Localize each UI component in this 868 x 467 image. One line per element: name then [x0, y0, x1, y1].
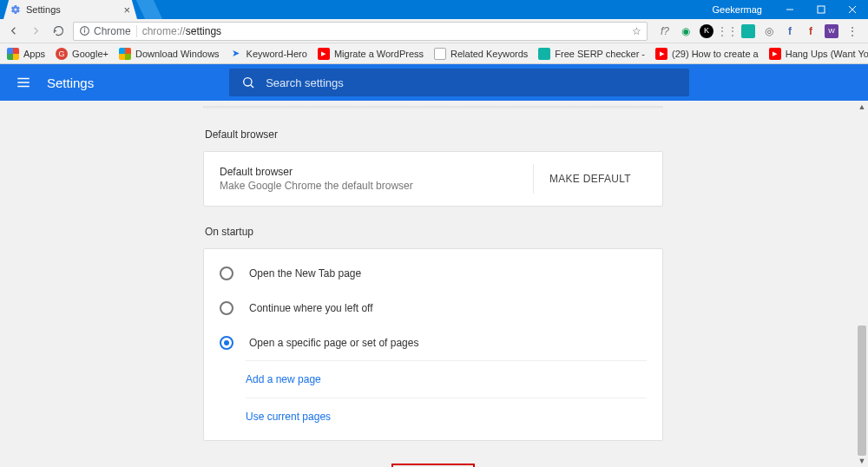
bookmark-item[interactable]: Related Keywords: [434, 48, 528, 60]
radio-icon: [220, 301, 233, 315]
radio-specific-pages[interactable]: Open a specific page or set of pages: [220, 326, 647, 360]
bookmark-item[interactable]: ▶Migrate a WordPress: [318, 48, 424, 60]
back-button[interactable]: [5, 23, 21, 39]
scroll-down-icon[interactable]: ▼: [856, 455, 868, 467]
default-browser-sub: Make Google Chrome the default browser: [220, 180, 533, 192]
bookmark-star-icon[interactable]: ☆: [632, 25, 641, 37]
youtube-icon: ▶: [655, 48, 667, 60]
keyword-hero-icon: ➤: [230, 48, 242, 60]
radio-icon: [220, 266, 233, 280]
omnibox-chip-label: Chrome: [94, 25, 131, 37]
scrollbar[interactable]: ▲ ▼: [856, 101, 868, 467]
svg-point-6: [84, 29, 85, 30]
radio-continue[interactable]: Continue where you left off: [220, 291, 647, 326]
site-chip: Chrome: [79, 25, 137, 37]
apps-icon: [7, 48, 19, 60]
bookmark-item[interactable]: GGoogle+: [56, 48, 108, 60]
ext-icon[interactable]: ⋮⋮: [720, 24, 734, 38]
address-bar[interactable]: Chrome chrome://settings ☆: [73, 22, 648, 41]
window-titlebar: Settings × Geekermag: [0, 0, 868, 19]
ext-icon[interactable]: f?: [658, 24, 672, 38]
svg-rect-1: [818, 6, 825, 13]
tab-title: Settings: [26, 4, 61, 15]
section-title-on-startup: On startup: [203, 226, 663, 238]
svg-point-10: [244, 78, 252, 86]
close-icon[interactable]: ×: [123, 3, 130, 16]
toolbar: Chrome chrome://settings ☆ f? ◉ K ⋮⋮ ◎ f…: [0, 19, 868, 43]
card-default-browser: Default browser Make Google Chrome the d…: [203, 151, 663, 207]
bookmark-item[interactable]: ▶(29) How to create a: [655, 48, 759, 60]
advanced-toggle[interactable]: Advanced ▼: [391, 464, 475, 467]
ext-icon[interactable]: K: [700, 24, 713, 38]
maximize-button[interactable]: [806, 0, 837, 19]
bookmark-item[interactable]: ▶Hang Ups (Want You: [769, 48, 868, 60]
omnibox-url: chrome://settings: [142, 25, 627, 37]
ext-icon[interactable]: f: [783, 24, 797, 38]
svg-line-11: [251, 85, 253, 88]
info-icon: [79, 25, 90, 36]
profile-name[interactable]: Geekermag: [700, 4, 774, 15]
googleplus-icon: G: [56, 48, 68, 60]
chrome-menu-icon[interactable]: ⋮: [845, 24, 859, 38]
add-page-link[interactable]: Add a new page: [246, 361, 647, 398]
radio-new-tab[interactable]: Open the New Tab page: [220, 256, 647, 291]
radio-icon: [220, 336, 233, 350]
browser-tab[interactable]: Settings ×: [3, 0, 137, 19]
settings-title: Settings: [47, 76, 94, 90]
page-icon: [434, 48, 446, 60]
scroll-up-icon[interactable]: ▲: [856, 101, 868, 113]
bookmark-item[interactable]: Apps: [7, 48, 45, 60]
gear-icon: [10, 4, 21, 15]
make-default-button[interactable]: MAKE DEFAULT: [533, 164, 647, 194]
youtube-icon: ▶: [318, 48, 330, 60]
bookmark-item[interactable]: Download Windows: [119, 48, 220, 60]
new-tab-button[interactable]: [136, 0, 162, 19]
card-on-startup: Open the New Tab page Continue where you…: [203, 248, 663, 441]
ext-icon[interactable]: ◎: [762, 24, 776, 38]
use-current-pages-link[interactable]: Use current pages: [246, 398, 647, 435]
hamburger-icon[interactable]: [16, 75, 31, 90]
windows-icon: [119, 48, 131, 60]
default-browser-label: Default browser: [220, 166, 533, 178]
search-icon: [241, 76, 255, 89]
serp-icon: [538, 48, 550, 60]
youtube-icon: ▶: [769, 48, 781, 60]
settings-header: Settings: [0, 64, 868, 101]
search-input[interactable]: [266, 76, 677, 89]
ext-icon[interactable]: f: [804, 24, 818, 38]
reload-button[interactable]: [50, 23, 66, 39]
ext-icon[interactable]: W: [825, 24, 838, 38]
bookmarks-bar: Apps GGoogle+ Download Windows ➤Keyword-…: [0, 43, 868, 64]
minimize-button[interactable]: [774, 0, 806, 19]
bookmark-item[interactable]: ➤Keyword-Hero: [230, 48, 307, 60]
section-title-default-browser: Default browser: [203, 128, 663, 141]
ext-icon[interactable]: [741, 24, 755, 38]
bookmark-item[interactable]: Free SERP checker -: [538, 48, 645, 60]
forward-button: [28, 23, 43, 39]
close-window-button[interactable]: [837, 0, 868, 19]
extension-icons: f? ◉ K ⋮⋮ ◎ f f W ⋮: [654, 24, 863, 38]
ext-icon[interactable]: ◉: [679, 24, 693, 38]
search-settings[interactable]: [229, 69, 689, 96]
settings-page: Default browser Default browser Make Goo…: [0, 101, 856, 467]
scroll-thumb[interactable]: [858, 326, 866, 456]
